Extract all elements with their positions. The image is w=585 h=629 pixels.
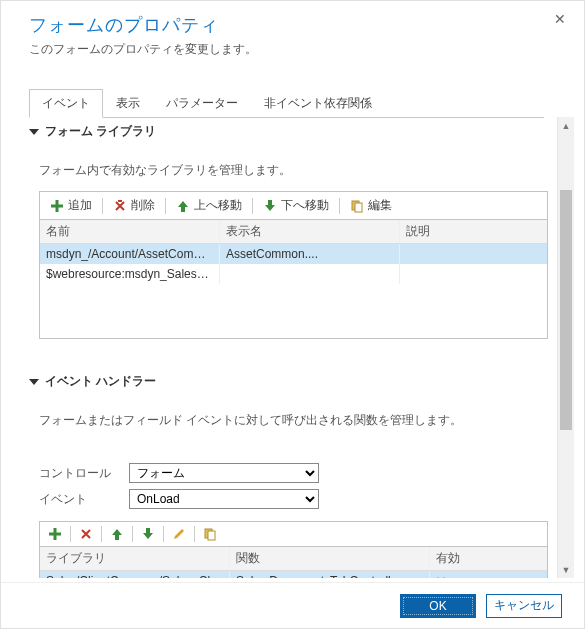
table-row[interactable]: $webresource:msdyn_SalesOmni... <box>40 264 547 284</box>
move-up-button[interactable]: 上へ移動 <box>170 195 248 216</box>
section-form-libraries-desc: フォーム内で有効なライブラリを管理します。 <box>29 146 548 191</box>
arrow-down-icon <box>141 527 155 541</box>
event-handlers-toolbar <box>39 521 548 546</box>
ok-button[interactable]: OK <box>400 594 476 618</box>
section-event-handlers-header[interactable]: イベント ハンドラー <box>29 367 548 396</box>
arrow-up-icon <box>110 527 124 541</box>
table-row[interactable]: Sales/ClientCommon/Sales_Clien... Sales.… <box>40 571 547 578</box>
cell-desc <box>400 264 547 284</box>
svg-rect-3 <box>118 200 122 202</box>
remove-button[interactable] <box>75 525 97 543</box>
cell-desc <box>400 244 547 264</box>
grid-body: Sales/ClientCommon/Sales_Clien... Sales.… <box>40 571 547 578</box>
edit-icon <box>350 199 364 213</box>
edit-label: 編集 <box>368 197 392 214</box>
svg-rect-7 <box>49 533 61 536</box>
edit-button[interactable]: 編集 <box>344 195 398 216</box>
col-name[interactable]: 名前 <box>40 220 220 243</box>
cell-lib: Sales/ClientCommon/Sales_Clien... <box>40 571 230 578</box>
cell-name: msdyn_/Account/AssetCommon.... <box>40 244 220 264</box>
cell-enabled: はい <box>430 571 547 578</box>
svg-rect-1 <box>51 204 63 207</box>
svg-rect-5 <box>355 203 362 212</box>
form-libraries-grid: 名前 表示名 説明 msdyn_/Account/AssetCommon....… <box>39 219 548 339</box>
cancel-button[interactable]: キャンセル <box>486 594 562 618</box>
move-down-label: 下へ移動 <box>281 197 329 214</box>
tabstrip: イベント 表示 パラメーター 非イベント依存関係 <box>29 88 544 118</box>
cell-display <box>220 264 400 284</box>
svg-rect-9 <box>208 531 215 540</box>
dialog-body: イベント 表示 パラメーター 非イベント依存関係 フォーム ライブラリ フォーム… <box>1 64 584 582</box>
col-display[interactable]: 表示名 <box>220 220 400 243</box>
event-handlers-controls: コントロール フォーム イベント OnLoad <box>29 459 548 513</box>
edit-button[interactable] <box>168 525 190 543</box>
grid-body: msdyn_/Account/AssetCommon.... AssetComm… <box>40 244 547 339</box>
remove-label: 削除 <box>131 197 155 214</box>
tab-nonevent-deps[interactable]: 非イベント依存関係 <box>251 89 385 118</box>
tab-parameters[interactable]: パラメーター <box>153 89 251 118</box>
tab-display[interactable]: 表示 <box>103 89 153 118</box>
add-icon <box>50 199 64 213</box>
form-properties-dialog: フォームのプロパティ このフォームのプロパティを変更します。 ✕ イベント 表示… <box>0 0 585 629</box>
section-form-libraries-title: フォーム ライブラリ <box>45 123 156 140</box>
control-select[interactable]: フォーム <box>129 463 319 483</box>
col-function[interactable]: 関数 <box>230 547 430 570</box>
control-label: コントロール <box>39 465 129 482</box>
tab-content-scroll: フォーム ライブラリ フォーム内で有効なライブラリを管理します。 追加 <box>29 117 574 578</box>
section-event-handlers-title: イベント ハンドラー <box>45 373 156 390</box>
add-label: 追加 <box>68 197 92 214</box>
arrow-up-icon <box>176 199 190 213</box>
add-button[interactable] <box>44 525 66 543</box>
cell-display: AssetCommon.... <box>220 244 400 264</box>
close-icon[interactable]: ✕ <box>554 11 566 27</box>
event-label: イベント <box>39 491 129 508</box>
library-button[interactable] <box>199 525 221 543</box>
tab-events[interactable]: イベント <box>29 89 103 118</box>
section-event-handlers-desc: フォームまたはフィールド イベントに対して呼び出される関数を管理します。 <box>29 396 548 441</box>
scroll-down-icon[interactable]: ▼ <box>558 561 574 578</box>
chevron-down-icon <box>29 379 39 385</box>
remove-icon <box>79 527 93 541</box>
event-handlers-grid: ライブラリ 関数 有効 Sales/ClientCommon/Sales_Cli… <box>39 546 548 578</box>
copy-icon <box>203 527 217 541</box>
move-up-button[interactable] <box>106 525 128 543</box>
form-libraries-toolbar: 追加 削除 上へ移動 <box>39 191 548 219</box>
dialog-subtitle: このフォームのプロパティを変更します。 <box>29 41 564 58</box>
remove-button[interactable]: 削除 <box>107 195 161 216</box>
vertical-scrollbar[interactable]: ▲ ▼ <box>557 117 574 578</box>
grid-header: 名前 表示名 説明 <box>40 220 547 244</box>
event-select[interactable]: OnLoad <box>129 489 319 509</box>
scroll-thumb[interactable] <box>560 190 572 430</box>
col-enabled[interactable]: 有効 <box>430 547 547 570</box>
move-up-label: 上へ移動 <box>194 197 242 214</box>
section-form-libraries-header[interactable]: フォーム ライブラリ <box>29 117 548 146</box>
col-desc[interactable]: 説明 <box>400 220 547 243</box>
remove-icon <box>113 199 127 213</box>
cell-name: $webresource:msdyn_SalesOmni... <box>40 264 220 284</box>
move-down-button[interactable] <box>137 525 159 543</box>
scroll-up-icon[interactable]: ▲ <box>558 117 574 134</box>
arrow-down-icon <box>263 199 277 213</box>
move-down-button[interactable]: 下へ移動 <box>257 195 335 216</box>
add-icon <box>48 527 62 541</box>
tab-events-content: フォーム ライブラリ フォーム内で有効なライブラリを管理します。 追加 <box>29 117 556 578</box>
chevron-down-icon <box>29 129 39 135</box>
grid-header: ライブラリ 関数 有効 <box>40 547 547 571</box>
dialog-footer: OK キャンセル <box>1 582 584 628</box>
table-row[interactable]: msdyn_/Account/AssetCommon.... AssetComm… <box>40 244 547 264</box>
pencil-icon <box>172 527 186 541</box>
cell-func: Sales.DocumentsTabController.s... <box>230 571 430 578</box>
col-library[interactable]: ライブラリ <box>40 547 230 570</box>
dialog-header: フォームのプロパティ このフォームのプロパティを変更します。 ✕ <box>1 1 584 64</box>
scroll-track[interactable] <box>558 134 574 561</box>
dialog-title: フォームのプロパティ <box>29 13 564 37</box>
add-button[interactable]: 追加 <box>44 195 98 216</box>
